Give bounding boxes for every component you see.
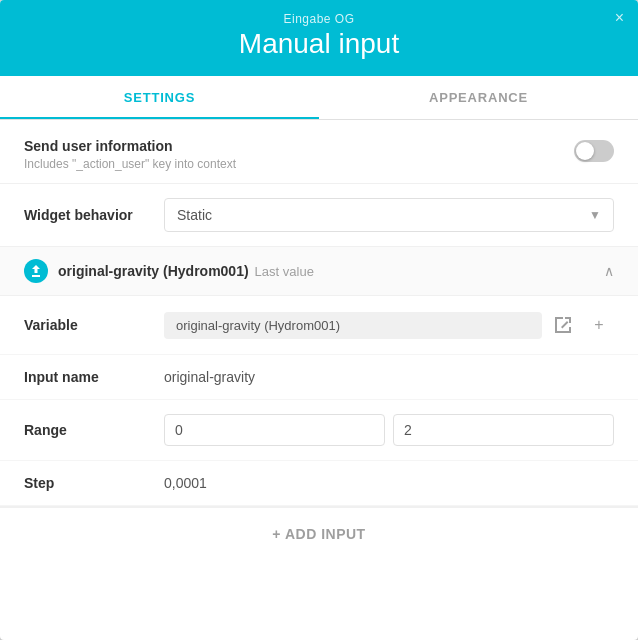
send-user-info-label: Send user information xyxy=(24,138,236,154)
step-row: Step 0,0001 xyxy=(0,461,638,506)
collapse-icon: ∧ xyxy=(604,263,614,279)
widget-behavior-row: Widget behavior Static ▼ xyxy=(0,184,638,247)
step-value: 0,0001 xyxy=(164,475,614,491)
widget-behavior-select[interactable]: Static ▼ xyxy=(164,198,614,232)
variable-body: Variable original-gravity (Hydrom001) + … xyxy=(0,296,638,506)
send-user-info-row: Send user information Includes "_action_… xyxy=(24,138,614,171)
tab-appearance[interactable]: APPEARANCE xyxy=(319,76,638,119)
input-name-value: original-gravity xyxy=(164,369,614,385)
add-input-button[interactable]: + ADD INPUT xyxy=(0,507,638,560)
variable-name: original-gravity (Hydrom001) xyxy=(58,263,249,279)
send-user-info-label-group: Send user information Includes "_action_… xyxy=(24,138,236,171)
range-min-input[interactable] xyxy=(164,414,385,446)
close-button[interactable]: × xyxy=(615,10,624,26)
variable-section: original-gravity (Hydrom001) Last value … xyxy=(0,247,638,507)
external-link-icon[interactable] xyxy=(548,310,578,340)
variable-field-row: Variable original-gravity (Hydrom001) + xyxy=(0,296,638,355)
range-inputs xyxy=(164,414,614,446)
tab-bar: SETTINGS APPEARANCE xyxy=(0,76,638,120)
input-name-row: Input name original-gravity xyxy=(0,355,638,400)
toggle-knob xyxy=(576,142,594,160)
send-user-info-toggle[interactable] xyxy=(574,140,614,162)
upload-svg xyxy=(30,265,42,277)
range-max-input[interactable] xyxy=(393,414,614,446)
range-label: Range xyxy=(24,422,164,438)
modal-header: Eingabe OG Manual input × xyxy=(0,0,638,76)
range-value xyxy=(164,414,614,446)
send-user-info-section: Send user information Includes "_action_… xyxy=(0,120,638,184)
input-name-label: Input name xyxy=(24,369,164,385)
upload-icon xyxy=(24,259,48,283)
modal-title: Manual input xyxy=(20,28,618,60)
range-row: Range xyxy=(0,400,638,461)
variable-field-label: Variable xyxy=(24,317,164,333)
widget-behavior-label: Widget behavior xyxy=(24,207,164,223)
tab-settings[interactable]: SETTINGS xyxy=(0,76,319,119)
widget-behavior-value: Static ▼ xyxy=(164,198,614,232)
widget-behavior-selected: Static xyxy=(177,207,212,223)
variable-header[interactable]: original-gravity (Hydrom001) Last value … xyxy=(0,247,638,296)
modal-container: Eingabe OG Manual input × SETTINGS APPEA… xyxy=(0,0,638,640)
add-input-label: + ADD INPUT xyxy=(272,526,365,542)
step-label: Step xyxy=(24,475,164,491)
settings-content: Send user information Includes "_action_… xyxy=(0,120,638,640)
variable-field-value: original-gravity (Hydrom001) + xyxy=(164,310,614,340)
send-user-info-sublabel: Includes "_action_user" key into context xyxy=(24,157,236,171)
modal-subtitle: Eingabe OG xyxy=(20,12,618,26)
variable-chip: original-gravity (Hydrom001) xyxy=(164,312,542,339)
variable-tag: Last value xyxy=(255,264,314,279)
input-name-text: original-gravity xyxy=(164,369,614,385)
chevron-down-icon: ▼ xyxy=(589,208,601,222)
add-variable-icon[interactable]: + xyxy=(584,310,614,340)
step-text: 0,0001 xyxy=(164,475,614,491)
